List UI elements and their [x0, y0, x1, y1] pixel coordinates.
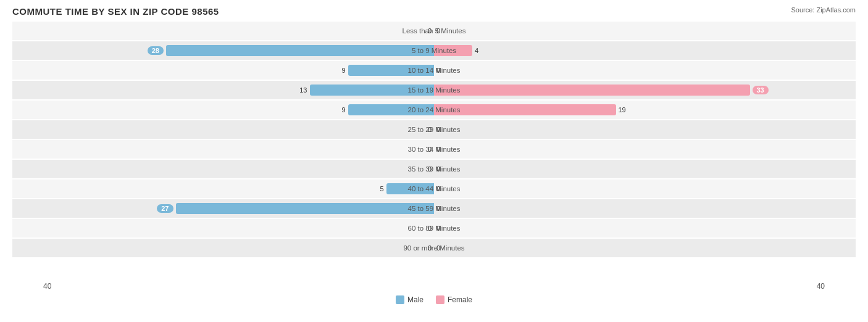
female-side: 0	[434, 242, 440, 254]
female-side: 0	[434, 124, 440, 135]
bars-wrapper: 28 5 to 9 Minutes 4	[12, 41, 856, 60]
female-value: 0	[436, 205, 440, 212]
female-side: 0	[434, 203, 440, 214]
male-value: 0	[428, 165, 432, 173]
male-value: 0	[428, 27, 432, 35]
chart-row: 0 35 to 39 Minutes 0	[12, 160, 856, 178]
female-side: 0	[434, 25, 440, 36]
male-value: 9	[341, 106, 345, 114]
female-side: 4	[434, 45, 478, 56]
bars-wrapper: 0 90 or more Minutes 0	[12, 239, 856, 257]
male-value: 9	[341, 67, 345, 74]
bars-wrapper: 0 60 to 89 Minutes 0	[12, 219, 856, 237]
bars-wrapper: 0 30 to 34 Minutes 0	[12, 140, 856, 159]
chart-container: COMMUTE TIME BY SEX IN ZIP CODE 98565 So…	[0, 0, 868, 322]
chart-area: 0 Less than 5 Minutes 0 28 5 to 9 Minute…	[12, 22, 856, 281]
male-bar	[166, 45, 434, 56]
female-side: 33	[434, 85, 769, 96]
chart-row: 0 Less than 5 Minutes 0	[12, 22, 856, 40]
legend-female-label: Female	[448, 295, 472, 304]
chart-row: 28 5 to 9 Minutes 4	[12, 41, 856, 60]
bars-wrapper: 0 25 to 29 Minutes 0	[12, 120, 856, 139]
male-side: 5	[380, 183, 434, 194]
legend: Male Female	[12, 295, 856, 304]
legend-female: Female	[436, 295, 472, 304]
female-bar	[434, 85, 750, 96]
chart-row: 0 30 to 34 Minutes 0	[12, 140, 856, 159]
bars-wrapper: 9 10 to 14 Minutes 0	[12, 61, 856, 80]
male-value: 0	[428, 225, 432, 232]
male-value: 0	[428, 244, 432, 252]
chart-row: 5 40 to 44 Minutes 0	[12, 180, 856, 198]
female-bar	[434, 104, 616, 115]
female-side: 0	[434, 65, 440, 76]
chart-row: 0 90 or more Minutes 0	[12, 239, 856, 257]
female-value: 0	[436, 67, 440, 74]
male-bar	[176, 203, 435, 214]
male-side: 0	[428, 223, 434, 234]
male-value: 13	[299, 86, 307, 94]
male-side: 0	[428, 242, 434, 254]
legend-female-box	[436, 295, 444, 304]
female-side: 0	[434, 183, 440, 194]
female-side: 0	[434, 223, 440, 234]
male-badge: 28	[148, 46, 164, 55]
female-value: 0	[436, 27, 440, 35]
male-side: 28	[148, 45, 434, 56]
chart-row: 0 60 to 89 Minutes 0	[12, 219, 856, 237]
female-side: 0	[434, 163, 440, 175]
legend-male-box	[396, 295, 404, 304]
bars-wrapper: 13 15 to 19 Minutes 33	[12, 81, 856, 99]
source-label: Source: ZipAtlas.com	[791, 6, 856, 14]
male-side: 13	[299, 85, 434, 96]
male-value: 0	[428, 126, 432, 133]
female-value: 0	[436, 165, 440, 173]
female-value: 19	[619, 106, 626, 114]
chart-row: 9 20 to 24 Minutes 19	[12, 101, 856, 119]
female-value: 4	[475, 47, 478, 54]
bars-wrapper: 27 45 to 59 Minutes 0	[12, 199, 856, 218]
female-value: 0	[436, 146, 440, 153]
chart-title: COMMUTE TIME BY SEX IN ZIP CODE 98565	[12, 6, 856, 17]
male-bar	[386, 183, 435, 194]
male-side: 9	[341, 65, 434, 76]
chart-row: 0 25 to 29 Minutes 0	[12, 120, 856, 139]
axis-labels: 40 40	[12, 282, 856, 291]
male-bar	[348, 104, 435, 115]
female-side: 19	[434, 104, 626, 115]
male-value: 0	[428, 146, 432, 153]
axis-left: 40	[43, 282, 51, 291]
axis-right: 40	[817, 282, 825, 291]
male-badge: 27	[157, 204, 173, 213]
female-value: 0	[436, 126, 440, 133]
female-value: 0	[436, 225, 440, 232]
bars-wrapper: 5 40 to 44 Minutes 0	[12, 180, 856, 198]
male-side: 0	[428, 124, 434, 135]
legend-male-label: Male	[407, 295, 424, 304]
male-side: 9	[341, 104, 434, 115]
male-side: 0	[428, 25, 434, 36]
female-value: 0	[436, 244, 440, 252]
female-badge: 33	[753, 86, 769, 94]
male-bar	[348, 65, 435, 76]
male-side: 27	[157, 203, 434, 214]
female-side: 0	[434, 144, 440, 155]
male-value: 5	[380, 185, 383, 192]
bars-wrapper: 9 20 to 24 Minutes 19	[12, 101, 856, 119]
female-bar	[434, 45, 472, 56]
male-bar	[310, 85, 435, 96]
chart-row: 27 45 to 59 Minutes 0	[12, 199, 856, 218]
chart-row: 9 10 to 14 Minutes 0	[12, 61, 856, 80]
bars-wrapper: 0 35 to 39 Minutes 0	[12, 160, 856, 178]
male-side: 0	[428, 163, 434, 175]
male-side: 0	[428, 144, 434, 155]
bars-wrapper: 0 Less than 5 Minutes 0	[12, 22, 856, 40]
legend-male: Male	[396, 295, 424, 304]
female-value: 0	[436, 185, 440, 192]
chart-row: 13 15 to 19 Minutes 33	[12, 81, 856, 99]
